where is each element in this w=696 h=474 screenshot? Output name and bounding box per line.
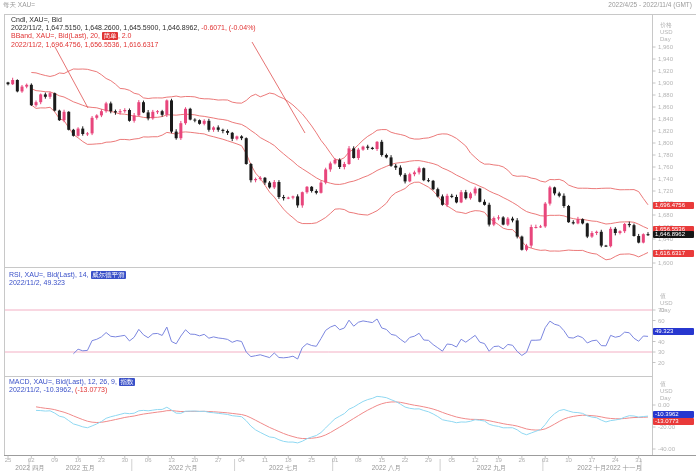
macd-value: 2022/11/2, -10.3962, [9,386,73,393]
rsi-tick-label: 30 [658,349,665,356]
price-tick-label: 1,680 [658,212,673,219]
month-label: 2022 五月 [66,464,95,471]
candle-series-label: Cndl, XAU=, Bid [11,16,62,23]
month-label: 2022 九月 [477,464,506,471]
price-tick-label: 1,880 [658,92,673,99]
macd-tick-label: -40.00 [658,446,675,453]
price-tick-label: 1,900 [658,80,673,87]
macd-axis-header: USD [660,388,673,395]
bband-upper-badge: 1,696.4756 [653,202,694,209]
rsi-mode-chip[interactable]: 威尔德平滑 [91,271,127,279]
week-tick-label: 25 [308,457,315,464]
price-axis-header: 价格 [660,22,672,29]
week-tick-label: 04 [238,457,245,464]
rsi-legend: RSI, XAU=, Bid(Last), 14, 威尔德平滑 2022/11/… [9,271,126,287]
week-tick-label: 20 [192,457,199,464]
bband-lower-badge: 1,616.6317 [653,250,694,257]
month-label: 2022 十月 [577,464,606,471]
last-price-badge: 1,646.8962 [653,231,694,238]
price-tick-label: 1,740 [658,176,673,183]
chart-canvas[interactable] [0,0,696,474]
week-tick-label: 06 [145,457,152,464]
week-tick-label: 25 [5,457,12,464]
price-axis-header: USD [660,29,673,36]
rsi-tick-label: 70 [658,307,665,314]
rsi-values: 2022/11/2, 49.323 [9,279,126,287]
week-tick-label: 27 [215,457,222,464]
week-tick-label: 09 [51,457,58,464]
month-label: 2022 七月 [269,464,298,471]
bband-series-label: BBand, XAU=, Bid(Last), 20, [11,32,100,39]
week-tick-label: 24 [612,457,619,464]
candle-change-values: -0.6071, (-0.04%) [201,24,255,31]
macd-value-badge: -10.3962 [653,411,694,418]
month-label: 2022 八月 [372,464,401,471]
bband-deviation-label: , 2.0 [118,32,132,39]
week-tick-label: 11 [262,457,268,464]
rsi-series-label: RSI, XAU=, Bid(Last), 14, [9,271,89,278]
date-range-label: 2022/4/25 - 2022/11/4 (GMT) [608,1,692,9]
week-tick-label: 18 [285,457,292,464]
macd-tick-label: -20.00 [658,424,675,431]
week-tick-label: 22 [402,457,409,464]
bband-mode-chip[interactable]: 简单 [102,32,118,40]
rsi-value-badge: 49.323 [653,328,694,335]
rsi-tick-label: 20 [658,360,665,367]
week-tick-label: 17 [589,457,596,464]
macd-series-label: MACD, XAU=, Bid(Last), 12, 26, 9, [9,378,117,385]
week-tick-label: 05 [448,457,455,464]
price-tick-label: 1,960 [658,44,673,51]
week-tick-label: 29 [425,457,432,464]
macd-signal-value: (-13.0773) [75,386,107,393]
price-tick-label: 1,760 [658,164,673,171]
candle-ohlc-values: 2022/11/2, 1,647.5150, 1,648.2600, 1,645… [11,24,199,31]
week-tick-label: 19 [495,457,502,464]
week-tick-label: 02 [28,457,35,464]
price-tick-label: 1,800 [658,140,673,147]
main-chart-legend: Cndl, XAU=, Bid 2022/11/2, 1,647.5150, 1… [11,16,256,49]
week-tick-label: 30 [121,457,128,464]
month-label: 2022 四月 [15,464,44,471]
price-tick-label: 1,860 [658,104,673,111]
week-tick-label: 01 [332,457,339,464]
price-tick-label: 1,920 [658,68,673,75]
chart-window: 每天 XAU= 2022/4/25 - 2022/11/4 (GMT) Cndl… [0,0,696,474]
week-tick-label: 26 [519,457,526,464]
rsi-tick-label: 40 [658,339,665,346]
week-tick-label: 31 [635,457,642,464]
week-tick-label: 12 [472,457,479,464]
rsi-axis-header: USD [660,300,673,307]
price-tick-label: 1,940 [658,56,673,63]
price-tick-label: 1,720 [658,188,673,195]
macd-legend: MACD, XAU=, Bid(Last), 12, 26, 9, 指数 202… [9,378,135,394]
week-tick-label: 08 [355,457,362,464]
price-tick-label: 1,840 [658,116,673,123]
month-label: 2022 十一月 [606,464,642,471]
rsi-tick-label: 60 [658,318,665,325]
macd-axis-header: 值 [660,381,666,388]
week-tick-label: 23 [98,457,105,464]
week-tick-label: 03 [542,457,549,464]
price-axis-header: Day [660,36,671,43]
week-tick-label: 16 [75,457,82,464]
rsi-axis-header: 值 [660,293,666,300]
macd-axis-header: Day [660,395,671,402]
week-tick-label: 15 [378,457,385,464]
macd-tick-label: 0.00 [658,402,670,409]
week-tick-label: 10 [565,457,572,464]
week-tick-label: 13 [168,457,175,464]
month-label: 2022 六月 [169,464,198,471]
price-tick-label: 1,600 [658,260,673,267]
price-tick-label: 1,780 [658,152,673,159]
price-tick-label: 1,820 [658,128,673,135]
macd-signal-badge: -13.0773 [653,418,694,425]
macd-mode-chip[interactable]: 指数 [119,378,135,386]
interval-instrument-label: 每天 XAU= [3,1,35,9]
bband-values: 2022/11/2, 1,696.4756, 1,656.5536, 1,616… [11,41,256,49]
